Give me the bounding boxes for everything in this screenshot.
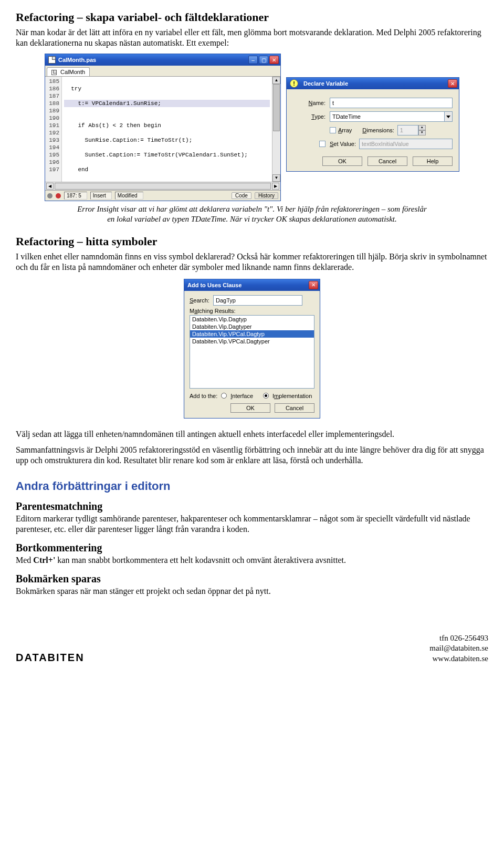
dialog-title: Declare Variable xyxy=(303,80,348,87)
name-input[interactable] xyxy=(330,98,453,108)
spinner-up[interactable]: ▲ xyxy=(418,125,426,130)
line-number: 197 xyxy=(46,166,59,173)
editor-tab[interactable]: CalMonth xyxy=(47,67,90,76)
section2-para: I vilken enhet eller namndomän finns en … xyxy=(16,252,488,273)
line-number: 193 xyxy=(46,137,59,144)
code-area[interactable]: try t:= VPCalendar1.SunRise; if Abs(t) <… xyxy=(62,77,272,182)
scroll-track[interactable] xyxy=(55,183,271,190)
line-number: 188 xyxy=(46,100,59,107)
close-button[interactable]: ✕ xyxy=(448,79,457,88)
search-input[interactable] xyxy=(213,295,302,306)
code-line: SunRise.Caption:= TimeToStr(t); xyxy=(64,137,270,144)
list-item[interactable]: Databiten.Vip.Dagtyper xyxy=(190,323,314,330)
radio-interface[interactable] xyxy=(221,393,227,399)
editor-tab-bar: CalMonth xyxy=(45,66,280,77)
matching-label: Matching Results: xyxy=(190,308,314,314)
status-bar: 187: 5 Insert Modified Code History xyxy=(45,190,280,201)
sub-bortkommentering-body: Med Ctrl+' kan man snabbt bortkommentera… xyxy=(16,555,488,566)
modified-status: Modified xyxy=(115,192,143,200)
list-item[interactable]: Databiten.Vip.Dagtyp xyxy=(190,316,314,323)
warning-icon: ! xyxy=(290,79,298,88)
scroll-thumb[interactable] xyxy=(273,84,280,131)
dimensions-input xyxy=(397,125,418,135)
brand-logo: DATABITEN xyxy=(16,652,85,664)
line-number: 191 xyxy=(46,122,59,129)
close-button[interactable]: ✕ xyxy=(269,56,279,64)
cursor-position: 187: 5 xyxy=(64,192,87,200)
setvalue-label: Set Value: xyxy=(330,141,356,147)
combo-dropdown-button[interactable] xyxy=(444,111,453,122)
text: kan man snabbt bortkommentera ett helt k… xyxy=(55,556,346,564)
page-footer: DATABITEN tfn 026-256493 mail@databiten.… xyxy=(16,633,488,664)
scroll-down-arrow[interactable]: ▼ xyxy=(272,174,280,182)
radio-implementation[interactable] xyxy=(263,393,269,399)
line-number: 185 xyxy=(46,78,59,85)
scroll-up-arrow[interactable]: ▲ xyxy=(272,77,280,84)
section1-para: När man kodar är det lätt att införa en … xyxy=(16,27,488,48)
type-input[interactable] xyxy=(330,111,444,122)
chevron-down-icon xyxy=(446,116,450,118)
titlebar: ! Declare Variable ✕ xyxy=(287,78,459,89)
list-item[interactable]: Databiten.Vip.VPCal.Dagtyper xyxy=(190,338,314,345)
dimensions-label: Dimensions: xyxy=(362,127,394,133)
titlebar: CalMonth.pas – ▢ ✕ xyxy=(45,54,280,66)
line-number: 196 xyxy=(46,159,59,166)
spinner-down[interactable]: ▼ xyxy=(418,130,426,135)
declare-variable-dialog: ! Declare Variable ✕ Name: Type: xyxy=(286,77,459,172)
code-line: t:= VPCalendar1.SunRise; xyxy=(64,100,270,107)
para-summary: Sammanfattningsvis är Delphi 2005 refakt… xyxy=(16,445,488,466)
list-item[interactable]: Databiten.Vip.VPCal.Dagtyp xyxy=(190,330,314,338)
array-checkbox[interactable] xyxy=(330,127,336,133)
sub-parentesmatchning-body: Editorn markerar tydligt samhörande pare… xyxy=(16,514,488,535)
scroll-right-arrow[interactable]: ▶ xyxy=(272,183,279,190)
type-combo[interactable] xyxy=(330,111,453,122)
figure-2: Add to Uses Clause ✕ Search: Matching Re… xyxy=(16,279,488,419)
setvalue-checkbox[interactable] xyxy=(319,141,326,147)
figure1-caption: Error Insight visar att vi har glömt att… xyxy=(76,204,428,224)
minimize-button[interactable]: – xyxy=(248,56,258,64)
line-number: 187 xyxy=(46,92,59,100)
sub-bortkommentering-title: Bortkommentering xyxy=(16,542,488,554)
footer-web: www.databiten.se xyxy=(429,654,488,664)
line-gutter: 185 186 187 188 189 190 191 192 193 194 … xyxy=(45,77,62,182)
section2-title: Refactoring – hitta symboler xyxy=(16,235,488,248)
add-uses-dialog: Add to Uses Clause ✕ Search: Matching Re… xyxy=(184,279,320,419)
figure-1: CalMonth.pas – ▢ ✕ CalMonth 185 186 187 … xyxy=(16,54,488,201)
line-number: 192 xyxy=(46,129,59,137)
name-label: Name: xyxy=(293,100,330,106)
maximize-button[interactable]: ▢ xyxy=(259,56,268,64)
setvalue-input xyxy=(359,139,453,149)
line-number: 186 xyxy=(46,85,59,92)
matching-results-list[interactable]: Databiten.Vip.Dagtyp Databiten.Vip.Dagty… xyxy=(190,315,314,389)
tab-history[interactable]: History xyxy=(255,192,278,199)
scroll-left-arrow[interactable]: ◀ xyxy=(46,183,54,190)
array-label: Array xyxy=(338,127,352,133)
cancel-button[interactable]: Cancel xyxy=(368,156,407,166)
close-button[interactable]: ✕ xyxy=(309,281,318,289)
vertical-scrollbar[interactable]: ▲ ▼ xyxy=(272,77,280,182)
radio-interface-label: Interface xyxy=(230,393,253,399)
file-icon xyxy=(48,56,56,64)
line-number: 189 xyxy=(46,107,59,114)
ok-button[interactable]: OK xyxy=(322,156,362,166)
code-line: end xyxy=(64,166,270,173)
tab-code[interactable]: Code xyxy=(232,192,251,199)
help-button[interactable]: Help xyxy=(413,156,453,166)
editor-tab-label: CalMonth xyxy=(60,69,85,75)
radio-implementation-label: Implementation xyxy=(272,393,312,399)
dialog-title: Add to Uses Clause xyxy=(187,282,242,288)
code-line: else if t = -2 then begin xyxy=(64,181,270,182)
sub-bokmarken-body: Bokmärken sparas när man stänger ett pro… xyxy=(16,586,488,597)
code-line: SunSet.Caption:= TimeToStr(VPCalendar1.S… xyxy=(64,151,270,159)
section1-title: Refactoring – skapa variabel- och fältde… xyxy=(16,11,488,24)
footer-phone: tfn 026-256493 xyxy=(429,633,488,644)
section3-title: Andra förbättringar i editorn xyxy=(16,479,488,493)
search-label: Search: xyxy=(190,297,209,304)
ok-button[interactable]: OK xyxy=(230,403,270,413)
window-title: CalMonth.pas xyxy=(58,57,96,63)
code-body: 185 186 187 188 189 190 191 192 193 194 … xyxy=(45,77,280,182)
cancel-button[interactable]: Cancel xyxy=(275,403,314,413)
code-line: try xyxy=(64,85,270,92)
horizontal-scrollbar[interactable]: ◀ ▶ xyxy=(45,182,280,190)
sub-bokmarken-title: Bokmärken sparas xyxy=(16,573,488,585)
